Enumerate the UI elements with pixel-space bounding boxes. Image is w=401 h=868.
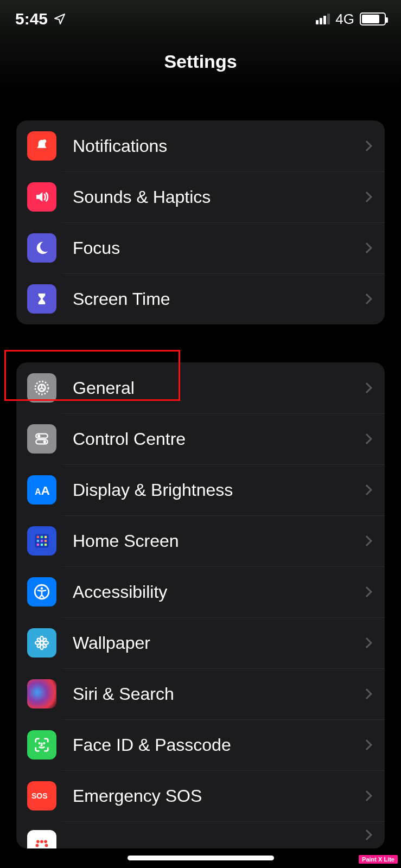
svg-rect-14	[41, 540, 43, 542]
chevron-right-icon	[361, 739, 372, 750]
exposure-icon	[27, 830, 56, 848]
chevron-right-icon	[361, 293, 372, 304]
row-label: Wallpaper	[73, 633, 363, 653]
row-label: Accessibility	[73, 582, 363, 602]
gear-icon	[27, 373, 56, 403]
svg-text:A: A	[41, 483, 50, 497]
status-bar: 5:45 4G	[0, 0, 401, 38]
row-sos[interactable]: SOS Emergency SOS	[16, 770, 385, 821]
speaker-icon	[27, 182, 56, 212]
row-homescreen[interactable]: Home Screen	[16, 515, 385, 566]
chevron-right-icon	[361, 829, 372, 840]
svg-point-33	[36, 840, 40, 844]
svg-point-4	[37, 435, 40, 437]
svg-text:SOS: SOS	[31, 792, 48, 800]
svg-point-36	[36, 844, 39, 847]
row-label: Siri & Search	[73, 684, 363, 704]
row-wallpaper[interactable]: Wallpaper	[16, 617, 385, 668]
row-label: Notifications	[73, 136, 363, 156]
row-label: Focus	[73, 238, 363, 258]
row-label: Screen Time	[73, 289, 363, 309]
svg-point-20	[41, 587, 43, 590]
cellular-signal-icon	[316, 14, 330, 24]
chevron-right-icon	[361, 484, 372, 495]
row-accessibility[interactable]: Accessibility	[16, 566, 385, 617]
settings-group-1: General Control Centre AA Display & Brig…	[16, 362, 385, 848]
chevron-right-icon	[361, 637, 372, 648]
row-screentime[interactable]: Screen Time	[16, 273, 385, 324]
svg-point-37	[45, 844, 48, 847]
svg-rect-15	[44, 540, 47, 542]
network-label: 4G	[335, 11, 354, 28]
row-label: Display & Brightness	[73, 480, 363, 500]
chevron-right-icon	[361, 141, 372, 151]
moon-icon	[27, 233, 56, 263]
bell-icon	[27, 131, 56, 161]
status-right: 4G	[316, 11, 386, 28]
svg-rect-13	[37, 540, 39, 542]
svg-point-6	[43, 441, 46, 443]
svg-rect-12	[44, 536, 47, 538]
toggles-icon	[27, 424, 56, 454]
appgrid-icon	[27, 526, 56, 556]
row-general[interactable]: General	[16, 362, 385, 413]
chevron-right-icon	[361, 790, 372, 801]
accessibility-icon	[27, 577, 56, 607]
svg-point-31	[44, 743, 44, 743]
row-notifications[interactable]: Notifications	[16, 120, 385, 171]
battery-icon	[360, 12, 386, 25]
row-exposure[interactable]	[16, 821, 385, 848]
svg-point-0	[43, 139, 47, 143]
page-title: Settings	[164, 51, 237, 72]
row-controlcentre[interactable]: Control Centre	[16, 413, 385, 464]
row-label: Control Centre	[73, 429, 363, 449]
page-header: Settings	[0, 38, 401, 92]
watermark: Paint X Lite	[359, 855, 398, 864]
hourglass-icon	[27, 284, 56, 314]
svg-rect-11	[41, 536, 43, 538]
chevron-right-icon	[361, 242, 372, 253]
svg-point-34	[40, 840, 43, 844]
row-label: Home Screen	[73, 531, 363, 551]
status-left: 5:45	[15, 10, 66, 28]
svg-text:A: A	[35, 487, 41, 496]
row-sounds[interactable]: Sounds & Haptics	[16, 171, 385, 222]
svg-point-35	[44, 840, 47, 844]
chevron-right-icon	[361, 688, 372, 699]
sos-icon: SOS	[27, 781, 56, 810]
chevron-right-icon	[361, 433, 372, 444]
row-label: General	[73, 378, 363, 398]
svg-point-30	[39, 743, 40, 743]
home-indicator[interactable]	[128, 856, 274, 860]
flower-icon	[27, 628, 56, 658]
chevron-right-icon	[361, 192, 372, 202]
svg-rect-16	[37, 544, 39, 546]
faceid-icon	[27, 730, 56, 760]
chevron-right-icon	[361, 382, 372, 393]
row-label: Sounds & Haptics	[73, 187, 363, 207]
chevron-right-icon	[361, 586, 372, 597]
svg-rect-17	[41, 544, 43, 546]
status-time: 5:45	[15, 10, 48, 28]
settings-content: Notifications Sounds & Haptics Focus Scr…	[0, 120, 401, 848]
row-focus[interactable]: Focus	[16, 222, 385, 273]
row-display[interactable]: AA Display & Brightness	[16, 464, 385, 515]
row-label: Face ID & Passcode	[73, 735, 363, 755]
textsize-icon: AA	[27, 475, 56, 505]
settings-group-0: Notifications Sounds & Haptics Focus Scr…	[16, 120, 385, 324]
row-faceid[interactable]: Face ID & Passcode	[16, 719, 385, 770]
svg-rect-18	[44, 544, 47, 546]
svg-rect-10	[37, 536, 39, 538]
siri-icon	[27, 679, 56, 709]
location-icon	[53, 12, 66, 25]
row-label: Emergency SOS	[73, 786, 363, 806]
row-siri[interactable]: Siri & Search	[16, 668, 385, 719]
chevron-right-icon	[361, 535, 372, 546]
